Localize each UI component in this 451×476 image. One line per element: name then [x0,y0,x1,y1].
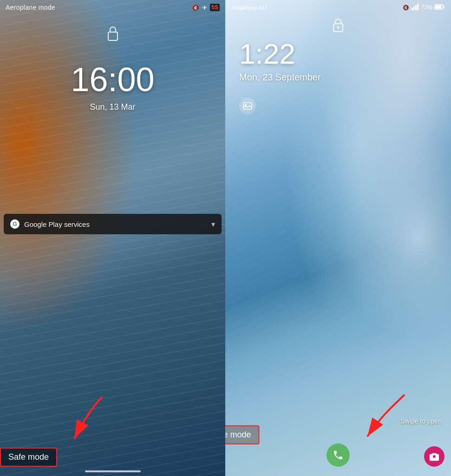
svg-point-10 [337,26,339,28]
right-safe-mode-label: Safe mode [225,430,251,439]
signal-bars-icon [411,4,419,11]
svg-rect-4 [415,5,417,10]
svg-rect-3 [413,7,415,10]
right-lock-icon [332,18,344,36]
mute-right-icon: 🔇 [403,5,409,11]
left-status-bar: Aeroplane mode 🔇 ✈ 5S [0,0,225,15]
notification-chevron: ▾ [211,220,215,229]
battery-icon [434,4,444,11]
svg-rect-8 [435,5,442,8]
left-date-display: Sun, 13 Mar [90,102,135,112]
left-time-display: 16:00 [71,60,154,99]
google-g-icon: G [10,219,20,229]
notification-content: G Google Play services [10,219,90,229]
svg-rect-7 [444,6,444,8]
left-lock-icon [106,26,119,45]
right-glacier-texture [225,0,451,476]
right-status-icons: 🔇 72% [403,4,444,11]
aeroplane-mode-label: Aeroplane mode [6,4,55,11]
left-phone-panel: Aeroplane mode 🔇 ✈ 5S 16:00 Sun, 13 Mar … [0,0,225,476]
swipe-to-open-label: Swipe to open [400,417,442,425]
right-date-display: Mon, 23 September [239,72,321,83]
right-status-bar: Vodafone AU 🔇 72% [225,0,451,13]
left-home-indicator [85,470,141,472]
left-safe-mode-box: Safe mode [0,448,57,467]
media-icon[interactable] [239,98,256,114]
right-time-display: 1:22 [239,37,295,70]
sim-icon: 5S [210,4,220,11]
phone-app-icon[interactable] [327,443,350,467]
carrier-label: Vodafone AU [232,4,267,11]
svg-rect-2 [412,8,413,10]
right-phone-panel: Vodafone AU 🔇 72% [225,0,451,476]
right-safe-mode-box: Safe mode [225,425,260,444]
battery-text: 72% [421,4,432,11]
left-status-icons: 🔇 ✈ 5S [192,4,220,11]
svg-rect-11 [243,103,252,109]
airplane-icon: ✈ [202,4,207,11]
mute-icon: 🔇 [192,4,199,11]
notification-text: Google Play services [24,220,90,228]
camera-app-icon[interactable] [424,446,444,467]
google-play-notification[interactable]: G Google Play services ▾ [4,214,222,234]
svg-rect-5 [417,4,418,10]
left-safe-mode-label: Safe mode [8,452,49,462]
svg-rect-0 [108,32,118,40]
